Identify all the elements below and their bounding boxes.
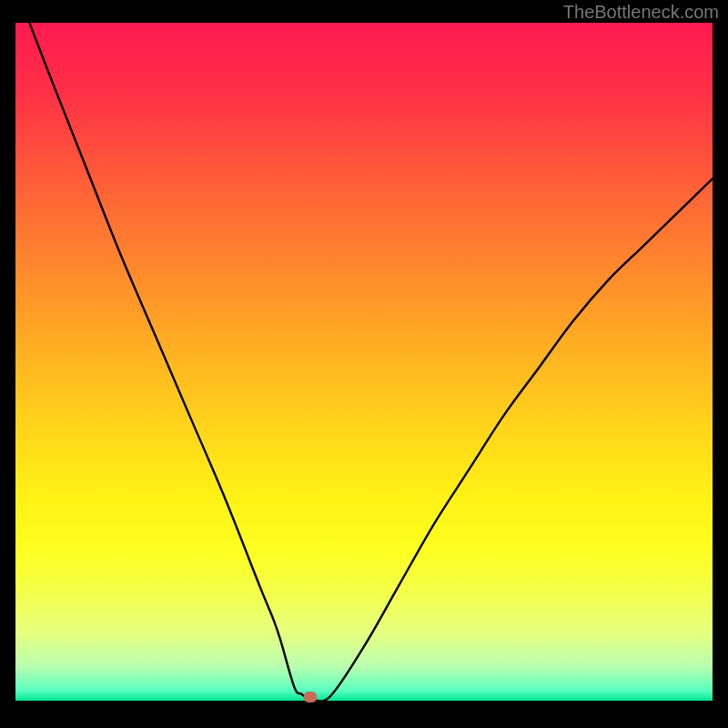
bottleneck-curve: [15, 23, 713, 701]
optimal-point-marker: [304, 692, 317, 703]
chart-frame: [15, 23, 713, 713]
plot-area: [15, 23, 713, 701]
watermark-text: TheBottleneck.com: [563, 2, 719, 23]
